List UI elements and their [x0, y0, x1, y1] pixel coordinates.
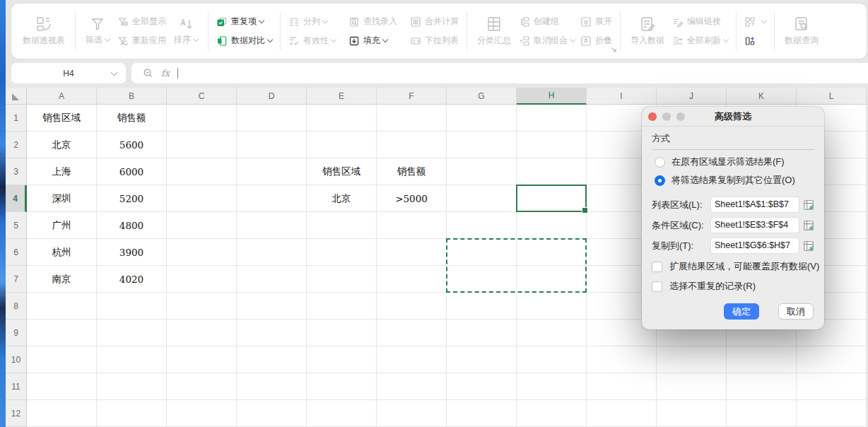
- row-header-5[interactable]: 5: [6, 212, 27, 239]
- cell-F3[interactable]: 销售额: [377, 158, 447, 185]
- import-data-button[interactable]: 导入数据: [626, 16, 669, 47]
- cell-D7[interactable]: [237, 266, 307, 293]
- cell-J12[interactable]: [657, 400, 727, 427]
- cell-K11[interactable]: [727, 373, 797, 400]
- cell-E1[interactable]: [307, 105, 377, 131]
- checkbox-unique-records[interactable]: 选择不重复的记录(R): [652, 280, 814, 293]
- cell-C1[interactable]: [167, 105, 237, 131]
- what-if-analysis-button[interactable]: [744, 16, 766, 28]
- cell-B8[interactable]: [97, 293, 167, 320]
- cell-E11[interactable]: [307, 373, 377, 400]
- pivot-table-button[interactable]: 数据透视表: [18, 16, 70, 47]
- chevron-down-icon[interactable]: [111, 69, 118, 76]
- cell-K12[interactable]: [727, 400, 797, 427]
- cell-A7[interactable]: 南京: [27, 266, 97, 293]
- cell-J10[interactable]: [657, 346, 727, 373]
- cell-E10[interactable]: [307, 346, 377, 373]
- radio-selected-icon[interactable]: [655, 175, 665, 186]
- fill-button[interactable]: 填充: [348, 35, 397, 47]
- ok-button[interactable]: 确定: [724, 303, 759, 320]
- validation-button[interactable]: 有效性: [288, 35, 336, 47]
- column-header-I[interactable]: I: [587, 88, 657, 105]
- column-header-G[interactable]: G: [447, 88, 517, 105]
- cell-F1[interactable]: [377, 105, 447, 131]
- cell-H5[interactable]: [517, 212, 587, 239]
- consolidate-button[interactable]: 合并计算: [410, 16, 459, 28]
- cell-A12[interactable]: [27, 400, 97, 427]
- expand-button[interactable]: 展开: [580, 16, 612, 28]
- cell-H4[interactable]: [517, 185, 587, 212]
- column-header-B[interactable]: B: [97, 88, 167, 105]
- cell-I12[interactable]: [587, 400, 657, 427]
- cell-B1[interactable]: 销售额: [97, 105, 167, 131]
- cell-B2[interactable]: 5600: [97, 131, 167, 158]
- cell-L12[interactable]: [797, 400, 867, 427]
- create-group-button[interactable]: 创建组: [519, 16, 575, 28]
- row-header-6[interactable]: 6: [6, 239, 27, 266]
- cell-B11[interactable]: [97, 373, 167, 400]
- ai-tools-button[interactable]: [744, 35, 766, 47]
- show-all-button[interactable]: 全部显示: [117, 16, 166, 28]
- cell-J11[interactable]: [657, 373, 727, 400]
- edit-links-button[interactable]: 编辑链接: [672, 16, 728, 28]
- cell-G11[interactable]: [447, 373, 517, 400]
- formula-input[interactable]: fx: [131, 63, 868, 83]
- cell-B4[interactable]: 5200: [97, 185, 167, 212]
- cell-H3[interactable]: [517, 158, 587, 185]
- cell-C10[interactable]: [167, 346, 237, 373]
- copy-to-input[interactable]: Sheet1!$G$6:$H$7: [711, 238, 799, 253]
- cell-D8[interactable]: [237, 293, 307, 320]
- group-dialog-launcher-icon[interactable]: [611, 43, 617, 56]
- cell-A3[interactable]: 上海: [27, 158, 97, 185]
- cell-B3[interactable]: 6000: [97, 158, 167, 185]
- row-header-3[interactable]: 3: [6, 158, 27, 185]
- cell-C4[interactable]: [167, 185, 237, 212]
- cell-C2[interactable]: [167, 131, 237, 158]
- cell-E12[interactable]: [307, 400, 377, 427]
- cell-E5[interactable]: [307, 212, 377, 239]
- radio-copy-to-location[interactable]: 将筛选结果复制到其它位置(O): [655, 174, 814, 187]
- cell-D11[interactable]: [237, 373, 307, 400]
- cell-B7[interactable]: 4020: [97, 266, 167, 293]
- dialog-titlebar[interactable]: 高级筛选: [642, 107, 824, 127]
- duplicates-button[interactable]: 重复项: [216, 16, 272, 28]
- cell-D6[interactable]: [237, 239, 307, 266]
- cell-G3[interactable]: [447, 158, 517, 185]
- column-header-K[interactable]: K: [727, 88, 797, 105]
- cell-C5[interactable]: [167, 212, 237, 239]
- range-picker-icon[interactable]: [803, 199, 814, 211]
- list-range-input[interactable]: Sheet1!$A$1:$B$7: [711, 197, 799, 212]
- reapply-button[interactable]: 重新应用: [117, 35, 166, 47]
- cell-D12[interactable]: [237, 400, 307, 427]
- text-to-columns-button[interactable]: 分列: [288, 16, 336, 28]
- cell-D10[interactable]: [237, 346, 307, 373]
- cell-H1[interactable]: [517, 105, 587, 131]
- cell-F11[interactable]: [377, 373, 447, 400]
- column-header-C[interactable]: C: [167, 88, 237, 105]
- cell-C11[interactable]: [167, 373, 237, 400]
- row-header-2[interactable]: 2: [6, 131, 27, 158]
- cell-B6[interactable]: 3900: [97, 239, 167, 266]
- cell-F6[interactable]: [377, 239, 447, 266]
- cell-C9[interactable]: [167, 320, 237, 346]
- cell-H11[interactable]: [517, 373, 587, 400]
- cell-I11[interactable]: [587, 373, 657, 400]
- cell-C12[interactable]: [167, 400, 237, 427]
- row-header-1[interactable]: 1: [6, 105, 27, 131]
- dropdown-list-button[interactable]: 下拉列表: [410, 35, 459, 47]
- cell-C3[interactable]: [167, 158, 237, 185]
- cell-D5[interactable]: [237, 212, 307, 239]
- search-icon[interactable]: [143, 68, 153, 78]
- cell-D2[interactable]: [237, 131, 307, 158]
- cell-A1[interactable]: 销售区域: [27, 105, 97, 131]
- cell-G5[interactable]: [447, 212, 517, 239]
- column-header-H[interactable]: H: [517, 88, 587, 105]
- checkbox-icon[interactable]: [652, 262, 662, 272]
- ungroup-button[interactable]: 取消组合: [519, 35, 575, 47]
- cell-C6[interactable]: [167, 239, 237, 266]
- filter-button[interactable]: 筛选: [81, 16, 115, 46]
- cell-A5[interactable]: 广州: [27, 212, 97, 239]
- checkbox-icon[interactable]: [652, 281, 662, 292]
- cell-A11[interactable]: [27, 373, 97, 400]
- cell-G4[interactable]: [447, 185, 517, 212]
